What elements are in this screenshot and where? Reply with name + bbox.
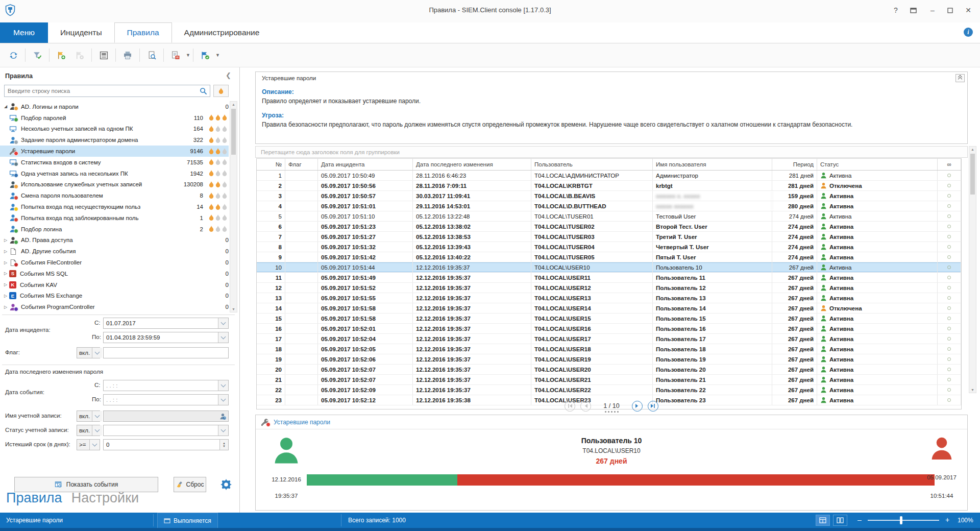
table-row[interactable]: 7 05.09.2017 10:51:27 05.12.2016 13:38:5… (257, 232, 961, 242)
column-header[interactable]: Период (772, 159, 817, 170)
calendar-dropdown-icon[interactable] (218, 332, 228, 343)
dock-tab-settings[interactable]: Настройки (71, 490, 139, 506)
rule-check-dropdown-arrow[interactable]: ▼ (215, 53, 220, 58)
table-row[interactable]: 18 05.09.2017 10:52:05 12.12.2016 19:35:… (257, 344, 961, 354)
table-row[interactable]: 13 05.09.2017 10:51:55 12.12.2016 19:35:… (257, 293, 961, 303)
column-header[interactable]: № (257, 159, 285, 170)
expand-arrow-icon[interactable]: ▷ (2, 294, 9, 298)
calendar-dropdown-icon[interactable] (218, 380, 228, 391)
expired-operator-select[interactable]: >= (77, 439, 100, 450)
tree-scrollbar[interactable]: ▲ ▼ (230, 101, 237, 312)
event-date-to-field[interactable]: . . : : (103, 394, 229, 405)
chevron-down-icon[interactable] (89, 440, 100, 450)
sidebar-collapse-button[interactable]: ❮ (226, 71, 231, 79)
table-row[interactable]: 9 05.09.2017 10:51:42 05.12.2016 13:40:2… (257, 252, 961, 262)
column-header[interactable]: Дата последнего изменения (413, 159, 531, 170)
expand-arrow-icon[interactable]: ▷ (2, 305, 9, 309)
scroll-up-icon[interactable]: ▲ (969, 148, 976, 151)
chevron-down-icon[interactable] (92, 348, 102, 358)
tree-item[interactable]: ▷ События FileController 0 (0, 257, 229, 268)
column-header[interactable]: Имя пользователя (653, 159, 772, 170)
tree-item[interactable]: Задание пароля администратором домена 32… (0, 134, 229, 146)
column-header[interactable]: Пользователь (531, 159, 653, 170)
column-header[interactable]: ∞ (938, 159, 961, 170)
settings-gear-icon[interactable] (218, 477, 234, 492)
expired-days-field[interactable]: 0▲▼ (103, 439, 229, 450)
table-row[interactable]: 6 05.09.2017 10:51:23 05.12.2016 13:38:0… (257, 222, 961, 232)
dock-tab-rules[interactable]: Правила (6, 490, 62, 506)
remove-incident-flag-button[interactable] (70, 46, 89, 64)
tree-item[interactable]: ▷ AD. Права доступа 0 (0, 235, 229, 246)
first-page-button[interactable] (565, 401, 575, 412)
help-button[interactable]: ? (888, 4, 903, 16)
table-row[interactable]: 1 05.09.2017 10:50:49 28.11.2016 6:46:23… (257, 171, 961, 181)
severity-filter-button[interactable] (213, 85, 229, 97)
tree-item[interactable]: ▷ AD. Другие события 0 (0, 246, 229, 257)
tab[interactable]: Администрирование (172, 22, 272, 43)
card-view-button[interactable] (94, 46, 113, 64)
tree-item[interactable]: Статистика входов в систему 71535 (0, 157, 229, 168)
account-mode-select[interactable]: вкл. (77, 411, 100, 422)
rule-check-button[interactable] (196, 46, 214, 64)
flag-value-field[interactable] (103, 347, 229, 358)
table-row[interactable]: 22 05.09.2017 10:52:09 12.12.2016 19:35:… (257, 385, 961, 395)
maximize-button[interactable] (942, 4, 958, 16)
table-row[interactable]: 14 05.09.2017 10:51:58 12.12.2016 19:35:… (257, 303, 961, 313)
add-incident-flag-button[interactable] (52, 46, 70, 64)
tree-item[interactable]: Подбор логина 2 (0, 224, 229, 235)
minimize-button[interactable]: – (925, 4, 940, 16)
expand-arrow-icon[interactable]: ▷ (2, 238, 9, 243)
close-button[interactable]: ✕ (961, 4, 976, 16)
column-header[interactable]: Статус (817, 159, 938, 170)
calendar-dropdown-icon[interactable] (218, 395, 228, 405)
zoom-slider[interactable] (868, 520, 939, 521)
zoom-slider-thumb[interactable] (900, 516, 902, 524)
table-row[interactable]: 16 05.09.2017 10:52:01 12.12.2016 19:35:… (257, 324, 961, 334)
tree-item[interactable]: ▷ S События MS SQL 0 (0, 268, 229, 279)
detail-rule-link[interactable]: Устаревшие пароли (274, 419, 330, 426)
chevron-down-icon[interactable] (218, 425, 228, 436)
pin-window-button[interactable] (905, 4, 921, 16)
scroll-down-icon[interactable]: ▼ (230, 307, 237, 311)
account-picker-icon[interactable] (217, 413, 228, 420)
tree-item[interactable]: Попытка входа под заблокированным поль 1 (0, 212, 229, 224)
table-row[interactable]: 10 05.09.2017 10:51:44 12.12.2016 19:35:… (257, 262, 961, 273)
tree-item[interactable]: Устаревшие пароли 9146 (0, 146, 229, 157)
table-row[interactable]: 3 05.09.2017 10:50:57 30.03.2017 11:09:4… (257, 191, 961, 201)
tree-scrollbar-thumb[interactable] (231, 109, 236, 155)
tree-item[interactable]: Смена пароля пользователем 8 (0, 190, 229, 201)
card-view-toggle-button[interactable] (833, 515, 847, 526)
expand-arrow-icon[interactable]: ◢ (2, 104, 9, 109)
account-status-field[interactable] (103, 425, 229, 436)
column-header[interactable]: Дата инцидента (318, 159, 413, 170)
incident-date-from-field[interactable]: 01.07.2017 (103, 318, 229, 329)
main-scrollbar-thumb[interactable] (970, 154, 975, 195)
splitter-handle[interactable] (255, 411, 968, 413)
table-row[interactable]: 20 05.09.2017 10:52:07 12.12.2016 19:35:… (257, 365, 961, 375)
tree-item[interactable]: ▷ E События MS Exchange 0 (0, 291, 229, 302)
status-mode-select[interactable]: вкл. (77, 425, 100, 436)
table-row[interactable]: 8 05.09.2017 10:51:32 05.12.2016 13:39:4… (257, 242, 961, 252)
expand-arrow-icon[interactable]: ▷ (2, 249, 9, 254)
tree-item[interactable]: ▷ События ProgramController 0 (0, 301, 229, 312)
incident-date-to-field[interactable]: 01.04.2018 23:59:59 (103, 332, 229, 343)
tab[interactable]: Правила (114, 22, 172, 43)
table-view-button[interactable] (816, 515, 830, 526)
expand-arrow-icon[interactable]: ▷ (2, 260, 9, 265)
print-button[interactable] (118, 46, 137, 64)
column-header[interactable]: Флаг (285, 159, 318, 170)
previous-page-button[interactable] (580, 401, 591, 412)
reset-button[interactable]: Сброс (174, 477, 206, 492)
group-by-bar[interactable]: Перетащите сюда заголовок поля для групп… (255, 146, 968, 158)
tree-item[interactable]: Попытка входа под несуществующим польз 1… (0, 201, 229, 212)
scroll-down-icon[interactable]: ▼ (969, 388, 976, 392)
tree-item[interactable]: Подбор паролей 110 (0, 112, 229, 124)
tab[interactable]: Инциденты (48, 22, 114, 43)
tab[interactable]: Меню (0, 22, 48, 43)
table-row[interactable]: 11 05.09.2017 10:51:49 12.12.2016 19:35:… (257, 273, 961, 283)
chevron-down-icon[interactable] (92, 411, 102, 421)
spinner-arrows-icon[interactable]: ▲▼ (219, 440, 228, 450)
tree-item[interactable]: Несколько учетных записей на одном ПК 16… (0, 124, 229, 135)
account-name-field[interactable] (103, 411, 229, 422)
zoom-out-button[interactable]: – (857, 516, 862, 524)
